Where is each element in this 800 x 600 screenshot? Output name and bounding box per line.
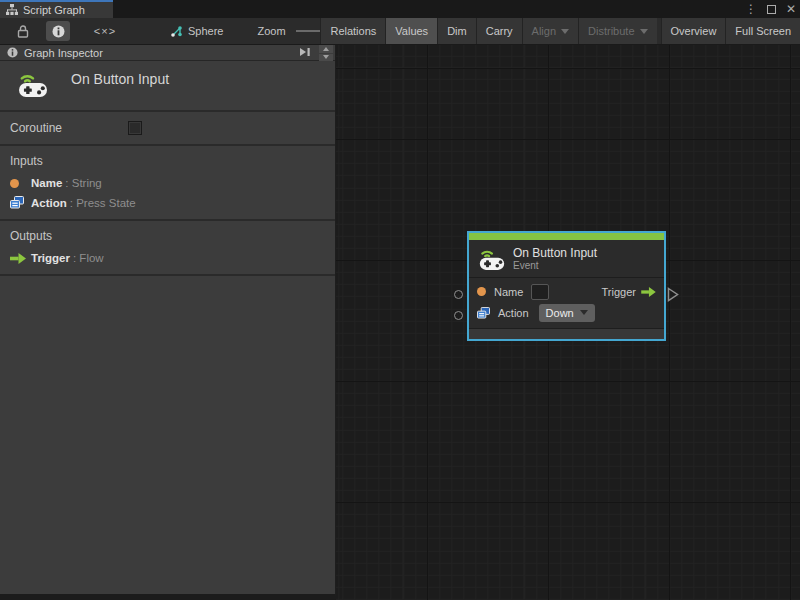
- list-item: Action : Press State: [10, 196, 325, 209]
- dock-panel-button[interactable]: [299, 47, 311, 57]
- carry-button[interactable]: Carry: [476, 18, 522, 44]
- fullscreen-button[interactable]: Full Screen: [725, 18, 800, 44]
- tab-script-graph[interactable]: Script Graph: [0, 0, 113, 18]
- triangle-down-icon: [323, 55, 329, 59]
- maximize-icon[interactable]: [767, 5, 776, 14]
- node-subtitle: Event: [513, 260, 597, 272]
- trigger-port-triangle[interactable]: [667, 287, 679, 302]
- action-dropdown[interactable]: Down: [539, 304, 595, 322]
- close-icon[interactable]: ✕: [786, 0, 796, 18]
- chevron-down-icon: [580, 310, 588, 315]
- values-button[interactable]: Values: [385, 18, 437, 44]
- node-footer: [469, 328, 664, 339]
- inputs-header: Inputs: [10, 154, 325, 168]
- node-header[interactable]: On Button Input Event: [469, 240, 664, 278]
- outputs-header: Outputs: [10, 229, 325, 243]
- window-tab-bar: Script Graph ⋮ ✕: [0, 0, 800, 18]
- outputs-section: Outputs Trigger : Flow: [0, 219, 335, 274]
- info-icon: [52, 25, 65, 38]
- graph-reference[interactable]: Sphere: [170, 25, 223, 38]
- node-row-action: Action Down: [469, 302, 664, 323]
- graph-toolbar: <×> Sphere Zoom 1x Relations Values Dim: [0, 18, 800, 45]
- string-port-icon: [10, 179, 19, 188]
- name-input[interactable]: [531, 284, 549, 300]
- lock-button[interactable]: [10, 21, 36, 41]
- trigger-port-label: Trigger: [602, 286, 636, 298]
- list-item: Name : String: [10, 177, 325, 189]
- overview-button[interactable]: Overview: [661, 18, 726, 44]
- node-title: On Button Input: [513, 246, 597, 260]
- enum-port-icon[interactable]: [477, 307, 490, 319]
- triangle-up-icon: [323, 47, 329, 51]
- enum-port-icon: [10, 196, 24, 209]
- graph-node-icon: [170, 25, 183, 38]
- spinner-down-button[interactable]: [319, 54, 333, 62]
- coroutine-row: Coroutine: [0, 110, 335, 144]
- chevron-down-icon: [640, 29, 648, 34]
- spinner-up-button[interactable]: [319, 45, 333, 53]
- inspector-toggle-button[interactable]: [46, 21, 70, 41]
- panel-spinner[interactable]: [319, 45, 333, 61]
- code-icon: <×>: [94, 25, 116, 37]
- graph-inspector-header: Graph Inspector: [0, 45, 335, 61]
- distribute-dropdown-button[interactable]: Distribute: [578, 18, 656, 44]
- string-port-icon[interactable]: [477, 287, 486, 296]
- inputs-section: Inputs Name : String: [0, 144, 335, 219]
- on-button-input-node[interactable]: On Button Input Event Name Trigger: [467, 231, 666, 341]
- action-port-bubble[interactable]: [454, 311, 463, 320]
- unit-title: On Button Input: [71, 71, 169, 87]
- flow-arrow-icon[interactable]: [641, 287, 656, 297]
- event-color-bar: [469, 233, 664, 240]
- window-menu-icon[interactable]: ⋮: [745, 0, 757, 18]
- gamepad-icon: [479, 246, 505, 271]
- zoom-label: Zoom: [257, 25, 285, 37]
- action-port-label: Action: [498, 307, 529, 319]
- code-view-button[interactable]: <×>: [90, 21, 120, 41]
- list-item: Trigger : Flow: [10, 252, 325, 264]
- dim-button[interactable]: Dim: [437, 18, 476, 44]
- relations-button[interactable]: Relations: [320, 18, 385, 44]
- coroutine-checkbox[interactable]: [128, 121, 142, 135]
- inspector-title: Graph Inspector: [24, 47, 103, 59]
- node-row-name-trigger: Name Trigger: [469, 281, 664, 302]
- align-dropdown-button[interactable]: Align: [522, 18, 578, 44]
- chevron-down-icon: [561, 29, 569, 34]
- unit-title-block: On Button Input: [0, 61, 335, 110]
- graph-inspector-panel: Graph Inspector: [0, 45, 336, 600]
- coroutine-label: Coroutine: [10, 121, 128, 135]
- name-port-bubble[interactable]: [454, 290, 463, 299]
- flow-arrow-icon: [10, 253, 26, 264]
- lock-icon: [17, 25, 29, 38]
- name-port-label: Name: [494, 286, 523, 298]
- script-graph-icon: [6, 4, 18, 16]
- graph-name-label: Sphere: [188, 25, 223, 37]
- graph-canvas[interactable]: On Button Input Event Name Trigger: [336, 45, 800, 600]
- info-icon: [7, 47, 18, 58]
- gamepad-icon: [18, 70, 48, 98]
- action-dropdown-value: Down: [546, 307, 574, 319]
- tab-label: Script Graph: [23, 4, 85, 16]
